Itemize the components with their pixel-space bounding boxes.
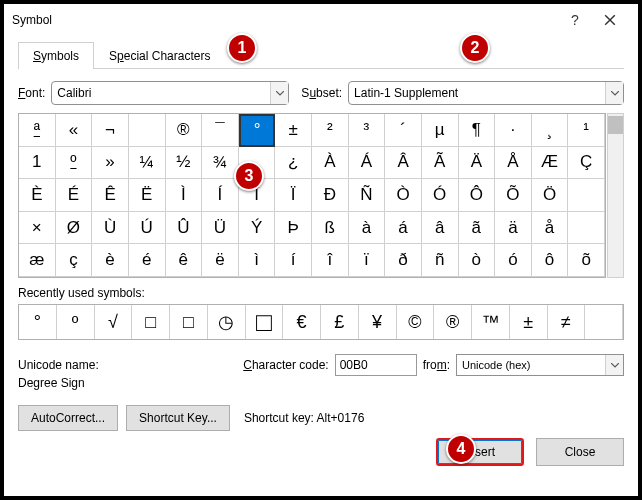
grid-cell[interactable]: Ê — [92, 179, 129, 212]
grid-cell[interactable]: Ñ — [349, 179, 386, 212]
grid-cell[interactable]: Ä — [459, 147, 496, 180]
grid-cell[interactable]: Ö — [532, 179, 569, 212]
grid-cell[interactable]: ñ — [422, 244, 459, 277]
subset-input[interactable] — [349, 86, 605, 100]
grid-cell[interactable]: Ô — [459, 179, 496, 212]
grid-cell[interactable]: Â — [385, 147, 422, 180]
recent-cell[interactable]: ® — [434, 305, 472, 339]
grid-cell[interactable]: é — [129, 244, 166, 277]
autocorrect-button[interactable]: AutoCorrect... — [18, 405, 118, 431]
grid-cell[interactable] — [568, 179, 605, 212]
grid-cell[interactable]: î — [312, 244, 349, 277]
chevron-down-icon[interactable] — [605, 82, 623, 104]
recent-cell[interactable]: □ — [246, 305, 284, 339]
grid-cell[interactable]: ô — [532, 244, 569, 277]
grid-cell[interactable]: ´ — [385, 114, 422, 147]
character-grid[interactable]: ª«¬®¯°±²³´µ¶·¸¹1º»¼½¾¿ÀÁÂÃÄÅÆÇÈÉÊËÌÍÎÏÐÑ… — [18, 113, 606, 278]
recent-cell[interactable] — [585, 305, 623, 339]
grid-cell[interactable]: ß — [312, 212, 349, 245]
grid-cell[interactable]: Ð — [312, 179, 349, 212]
grid-cell[interactable]: È — [19, 179, 56, 212]
recent-cell[interactable]: ≠ — [548, 305, 586, 339]
chevron-down-icon[interactable] — [270, 82, 288, 104]
grid-cell[interactable]: « — [56, 114, 93, 147]
help-button[interactable]: ? — [560, 4, 590, 36]
grid-cell[interactable]: Á — [349, 147, 386, 180]
recent-cell[interactable]: ◷ — [208, 305, 246, 339]
grid-cell[interactable]: í — [275, 244, 312, 277]
tab-special-characters[interactable]: Special Characters — [94, 42, 225, 69]
grid-cell[interactable]: Þ — [275, 212, 312, 245]
grid-cell[interactable]: ò — [459, 244, 496, 277]
subset-combo[interactable] — [348, 81, 624, 105]
shortcut-key-button[interactable]: Shortcut Key... — [126, 405, 230, 431]
grid-cell[interactable]: Ý — [239, 212, 276, 245]
grid-cell[interactable]: ° — [239, 114, 276, 147]
recent-cell[interactable]: £ — [321, 305, 359, 339]
grid-cell[interactable]: º — [56, 147, 93, 180]
grid-cell[interactable]: Æ — [532, 147, 569, 180]
grid-cell[interactable]: ¼ — [129, 147, 166, 180]
grid-cell[interactable]: ¯ — [202, 114, 239, 147]
grid-cell[interactable]: Ù — [92, 212, 129, 245]
grid-cell[interactable]: · — [495, 114, 532, 147]
chevron-down-icon[interactable] — [605, 355, 623, 375]
grid-cell[interactable]: µ — [422, 114, 459, 147]
close-window-button[interactable] — [590, 4, 630, 36]
recent-cell[interactable]: □ — [132, 305, 170, 339]
grid-cell[interactable]: ã — [459, 212, 496, 245]
font-combo[interactable] — [51, 81, 289, 105]
grid-cell[interactable]: ç — [56, 244, 93, 277]
grid-cell[interactable]: Ë — [129, 179, 166, 212]
grid-cell[interactable]: × — [19, 212, 56, 245]
grid-cell[interactable]: ó — [495, 244, 532, 277]
grid-cell[interactable]: ð — [385, 244, 422, 277]
grid-cell[interactable]: à — [349, 212, 386, 245]
grid-cell[interactable]: â — [422, 212, 459, 245]
grid-cell[interactable]: ì — [239, 244, 276, 277]
grid-cell[interactable]: ¬ — [92, 114, 129, 147]
grid-cell[interactable]: Å — [495, 147, 532, 180]
grid-cell[interactable]: ³ — [349, 114, 386, 147]
grid-cell[interactable]: ± — [275, 114, 312, 147]
grid-cell[interactable]: » — [92, 147, 129, 180]
grid-cell[interactable]: ä — [495, 212, 532, 245]
grid-cell[interactable]: ½ — [166, 147, 203, 180]
recent-cell[interactable]: º — [57, 305, 95, 339]
recent-cell[interactable]: ¥ — [359, 305, 397, 339]
grid-cell[interactable] — [129, 114, 166, 147]
grid-cell[interactable]: Í — [202, 179, 239, 212]
grid-cell[interactable]: Ì — [166, 179, 203, 212]
font-input[interactable] — [52, 86, 270, 100]
recent-cell[interactable]: ± — [510, 305, 548, 339]
scrollbar[interactable] — [607, 113, 624, 278]
grid-cell[interactable]: è — [92, 244, 129, 277]
tab-symbols[interactable]: Symbols — [18, 42, 94, 69]
recent-cell[interactable]: ™ — [472, 305, 510, 339]
grid-cell[interactable]: æ — [19, 244, 56, 277]
recent-symbols-grid[interactable]: °º√□□◷□€£¥©®™±≠ — [18, 304, 624, 340]
close-button[interactable]: Close — [536, 438, 624, 466]
grid-cell[interactable] — [568, 212, 605, 245]
recent-cell[interactable]: © — [397, 305, 435, 339]
grid-cell[interactable]: ¶ — [459, 114, 496, 147]
grid-cell[interactable]: Ó — [422, 179, 459, 212]
grid-cell[interactable]: Ü — [202, 212, 239, 245]
grid-cell[interactable]: ë — [202, 244, 239, 277]
grid-cell[interactable]: Ò — [385, 179, 422, 212]
recent-cell[interactable]: € — [283, 305, 321, 339]
grid-cell[interactable]: ï — [349, 244, 386, 277]
grid-cell[interactable]: Ú — [129, 212, 166, 245]
recent-cell[interactable]: √ — [95, 305, 133, 339]
grid-cell[interactable]: ¹ — [568, 114, 605, 147]
grid-cell[interactable]: å — [532, 212, 569, 245]
recent-cell[interactable]: ° — [19, 305, 57, 339]
grid-cell[interactable]: õ — [568, 244, 605, 277]
grid-cell[interactable]: á — [385, 212, 422, 245]
grid-cell[interactable]: ² — [312, 114, 349, 147]
grid-cell[interactable]: ê — [166, 244, 203, 277]
grid-cell[interactable]: Ï — [275, 179, 312, 212]
grid-cell[interactable]: ® — [166, 114, 203, 147]
grid-cell[interactable]: À — [312, 147, 349, 180]
from-combo[interactable] — [456, 354, 624, 376]
